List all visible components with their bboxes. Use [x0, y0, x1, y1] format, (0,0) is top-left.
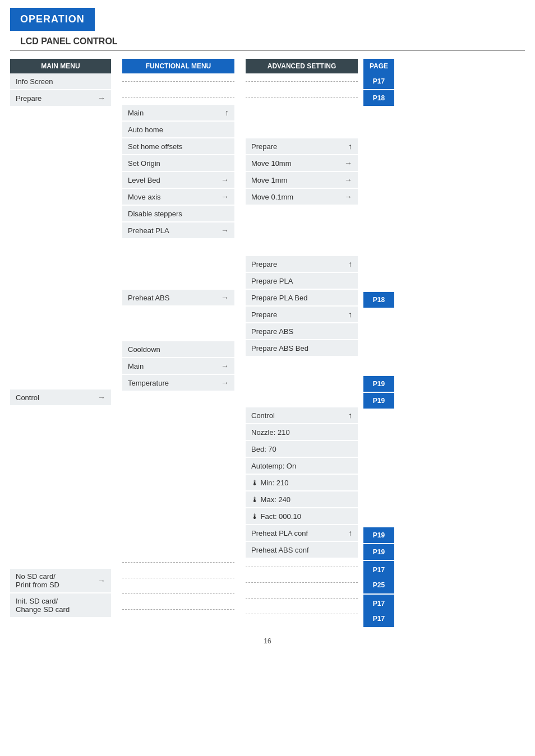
- page-empty-18: [363, 443, 394, 459]
- adv-preheat-pla-conf[interactable]: Preheat PLA conf ↑: [246, 525, 358, 541]
- page-prepare: P18: [363, 90, 394, 106]
- adv-prepare-pla[interactable]: Prepare PLA: [246, 273, 358, 289]
- menu-item-info-screen[interactable]: Info Screen: [10, 73, 111, 89]
- func-preheat-abs-arrow: →: [221, 293, 229, 302]
- func-level-bed-arrow: →: [221, 175, 229, 184]
- adv-bed[interactable]: Bed: 70: [246, 441, 358, 457]
- adv-prepare-pla-label: Prepare PLA: [251, 277, 293, 285]
- adv-empty-cooldown: [246, 357, 358, 373]
- adv-empty-main: [246, 105, 358, 120]
- adv-move-01mm-arrow: →: [344, 192, 352, 201]
- page-empty-4: [363, 157, 394, 173]
- func-set-home-offsets-label: Set home offsets: [128, 142, 182, 151]
- page-empty-6: [363, 191, 394, 207]
- page-empty-5: [363, 174, 394, 190]
- func-temperature-label: Temperature: [128, 379, 169, 387]
- func-preheat-pla[interactable]: Preheat PLA →: [122, 222, 234, 238]
- menu-item-no-sd-print[interactable]: No SD card/ Print from SD →: [10, 569, 111, 592]
- adv-min[interactable]: 🌡 Min: 210: [246, 475, 358, 490]
- prepare-arrow: →: [98, 94, 105, 103]
- func-preheat-abs[interactable]: Preheat ABS →: [122, 290, 234, 305]
- page-empty-14: [363, 342, 394, 358]
- func-disable-steppers[interactable]: Disable steppers: [122, 206, 234, 221]
- func-temperature[interactable]: Temperature →: [122, 375, 234, 391]
- adv-preheat-abs-conf[interactable]: Preheat ABS conf: [246, 542, 358, 558]
- adv-control-up-arrow: ↑: [348, 411, 352, 420]
- main-menu-header: MAIN MENU: [10, 59, 111, 73]
- func-auto-home[interactable]: Auto home: [122, 122, 234, 137]
- adv-preheat-pla-conf-arrow: ↑: [348, 528, 352, 537]
- func-cooldown[interactable]: Cooldown: [122, 341, 234, 357]
- func-main-label: Main: [128, 109, 144, 117]
- page-header: OPERATION: [10, 8, 95, 31]
- adv-prepare-pla-bed[interactable]: Prepare PLA Bed: [246, 290, 358, 305]
- func-main-2[interactable]: Main →: [122, 358, 234, 374]
- adv-bed-label: Bed: 70: [251, 445, 276, 453]
- page-empty-12: [363, 309, 394, 324]
- adv-nozzle[interactable]: Nozzle: 210: [246, 424, 358, 440]
- func-preheat-pla-label: Preheat PLA: [128, 226, 169, 235]
- adv-min-label: 🌡 Min: 210: [251, 479, 288, 487]
- menu-item-prepare[interactable]: Prepare →: [10, 90, 111, 106]
- func-main[interactable]: Main ↑: [122, 105, 234, 120]
- adv-fact[interactable]: 🌡 Fact: 000.10: [246, 508, 358, 524]
- func-preheat-pla-arrow: →: [221, 226, 229, 235]
- advanced-setting-column: Prepare ↑ Move 10mm → Move 1mm → Move 0.…: [246, 73, 358, 622]
- adv-move-01mm-label: Move 0.1mm: [251, 193, 293, 201]
- no-sd-arrow: →: [98, 576, 105, 585]
- adv-empty-temp: [246, 391, 358, 406]
- page-preheat-abs-conf: P19: [363, 544, 394, 560]
- adv-autotemp[interactable]: Autotemp: On: [246, 458, 358, 474]
- page-empty-1: [363, 107, 394, 123]
- menu-item-control[interactable]: Control →: [10, 389, 111, 405]
- page-no-sd: P17 P25: [363, 561, 394, 593]
- adv-dotted-2: [246, 89, 358, 105]
- func-cooldown-label: Cooldown: [128, 345, 160, 354]
- page-info-screen: P17: [363, 73, 394, 89]
- func-set-home-offsets[interactable]: Set home offsets: [122, 138, 234, 154]
- adv-move-1mm-arrow: →: [344, 175, 352, 184]
- page-empty-17: [363, 426, 394, 442]
- adv-prepare-1[interactable]: Prepare ↑: [246, 138, 358, 154]
- func-preheat-abs-label: Preheat ABS: [128, 294, 169, 302]
- adv-empty-main2: [246, 374, 358, 389]
- adv-move-10mm[interactable]: Move 10mm →: [246, 155, 358, 171]
- adv-max[interactable]: 🌡 Max: 240: [246, 491, 358, 507]
- info-screen-label: Info Screen: [16, 77, 53, 86]
- adv-fact-label: 🌡 Fact: 000.10: [251, 512, 301, 521]
- adv-prepare-abs-up[interactable]: Prepare ↑: [246, 307, 358, 322]
- page-footer: 16: [10, 637, 525, 645]
- content-layout: Info Screen Prepare → Control → No SD ca…: [10, 73, 525, 628]
- dotted-row-sd4: [122, 601, 234, 617]
- func-set-origin[interactable]: Set Origin: [122, 155, 234, 171]
- adv-prepare-pla-up[interactable]: Prepare ↑: [246, 256, 358, 272]
- adv-move-01mm[interactable]: Move 0.1mm →: [246, 189, 358, 205]
- adv-prepare-abs[interactable]: Prepare ABS: [246, 323, 358, 339]
- page-empty-21: [363, 494, 394, 509]
- func-level-bed[interactable]: Level Bed →: [122, 172, 234, 188]
- adv-control-up[interactable]: Control ↑: [246, 407, 358, 423]
- page-empty-19: [363, 460, 394, 476]
- adv-dotted-sd1: [246, 559, 358, 574]
- adv-control-up-label: Control: [251, 411, 275, 420]
- adv-autotemp-label: Autotemp: On: [251, 462, 296, 470]
- page-column: P17 P18 P18: [363, 73, 394, 628]
- adv-dotted-sd3: [246, 590, 358, 606]
- header-title: OPERATION: [20, 13, 85, 25]
- func-main-2-label: Main: [128, 362, 144, 370]
- adv-max-label: 🌡 Max: 240: [251, 495, 290, 504]
- page-empty-7: [363, 208, 394, 224]
- adv-dotted-1: [246, 73, 358, 89]
- control-arrow: →: [98, 393, 105, 402]
- control-label: Control: [16, 393, 39, 402]
- adv-prepare-abs-bed[interactable]: Prepare ABS Bed: [246, 340, 358, 356]
- page-empty-10: [363, 258, 394, 274]
- func-level-bed-label: Level Bed: [128, 176, 160, 184]
- adv-move-10mm-label: Move 10mm: [251, 159, 292, 168]
- func-disable-steppers-label: Disable steppers: [128, 210, 182, 218]
- adv-move-1mm[interactable]: Move 1mm →: [246, 172, 358, 188]
- menu-item-init-sd[interactable]: Init. SD card/ Change SD card: [10, 593, 111, 617]
- func-move-axis[interactable]: Move axis →: [122, 189, 234, 205]
- adv-prepare-abs-up-label: Prepare: [251, 310, 277, 319]
- adv-prepare-abs-up-arrow: ↑: [348, 310, 352, 319]
